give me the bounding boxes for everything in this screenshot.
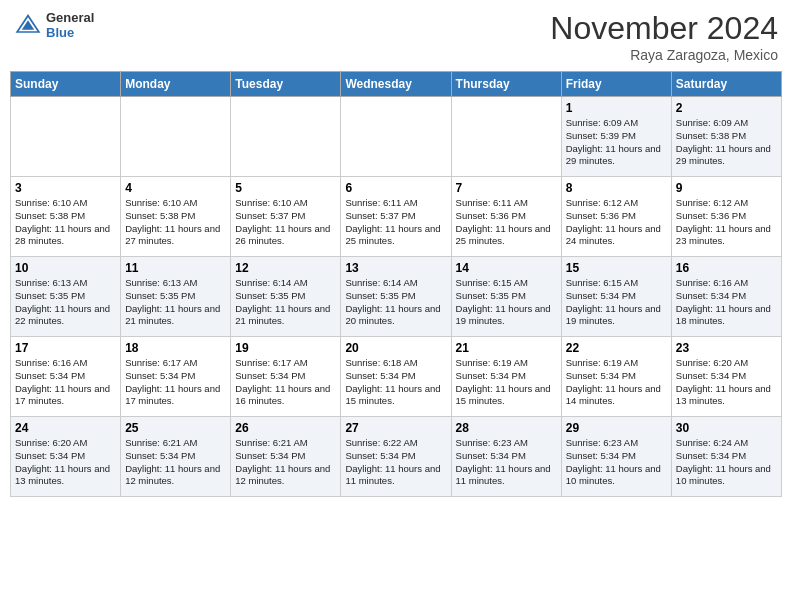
day-info: Sunrise: 6:14 AM Sunset: 5:35 PM Dayligh… [345, 277, 446, 328]
calendar-cell: 14Sunrise: 6:15 AM Sunset: 5:35 PM Dayli… [451, 257, 561, 337]
day-number: 5 [235, 181, 336, 195]
day-number: 26 [235, 421, 336, 435]
day-number: 6 [345, 181, 446, 195]
day-number: 12 [235, 261, 336, 275]
day-number: 10 [15, 261, 116, 275]
day-info: Sunrise: 6:09 AM Sunset: 5:39 PM Dayligh… [566, 117, 667, 168]
day-number: 2 [676, 101, 777, 115]
day-number: 24 [15, 421, 116, 435]
calendar-cell: 29Sunrise: 6:23 AM Sunset: 5:34 PM Dayli… [561, 417, 671, 497]
day-number: 11 [125, 261, 226, 275]
calendar-cell: 18Sunrise: 6:17 AM Sunset: 5:34 PM Dayli… [121, 337, 231, 417]
day-number: 9 [676, 181, 777, 195]
calendar-week-3: 10Sunrise: 6:13 AM Sunset: 5:35 PM Dayli… [11, 257, 782, 337]
calendar-cell: 30Sunrise: 6:24 AM Sunset: 5:34 PM Dayli… [671, 417, 781, 497]
day-number: 16 [676, 261, 777, 275]
day-number: 23 [676, 341, 777, 355]
calendar-cell: 12Sunrise: 6:14 AM Sunset: 5:35 PM Dayli… [231, 257, 341, 337]
day-number: 28 [456, 421, 557, 435]
calendar-cell: 3Sunrise: 6:10 AM Sunset: 5:38 PM Daylig… [11, 177, 121, 257]
weekday-monday: Monday [121, 72, 231, 97]
day-number: 3 [15, 181, 116, 195]
calendar-cell: 15Sunrise: 6:15 AM Sunset: 5:34 PM Dayli… [561, 257, 671, 337]
day-info: Sunrise: 6:21 AM Sunset: 5:34 PM Dayligh… [235, 437, 336, 488]
day-number: 29 [566, 421, 667, 435]
day-info: Sunrise: 6:19 AM Sunset: 5:34 PM Dayligh… [566, 357, 667, 408]
calendar-cell: 26Sunrise: 6:21 AM Sunset: 5:34 PM Dayli… [231, 417, 341, 497]
logo: General Blue [14, 10, 94, 40]
day-number: 25 [125, 421, 226, 435]
weekday-header-row: SundayMondayTuesdayWednesdayThursdayFrid… [11, 72, 782, 97]
day-number: 14 [456, 261, 557, 275]
calendar-body: 1Sunrise: 6:09 AM Sunset: 5:39 PM Daylig… [11, 97, 782, 497]
day-number: 27 [345, 421, 446, 435]
calendar-cell: 4Sunrise: 6:10 AM Sunset: 5:38 PM Daylig… [121, 177, 231, 257]
day-info: Sunrise: 6:16 AM Sunset: 5:34 PM Dayligh… [15, 357, 116, 408]
calendar-cell: 10Sunrise: 6:13 AM Sunset: 5:35 PM Dayli… [11, 257, 121, 337]
day-info: Sunrise: 6:23 AM Sunset: 5:34 PM Dayligh… [566, 437, 667, 488]
day-info: Sunrise: 6:12 AM Sunset: 5:36 PM Dayligh… [676, 197, 777, 248]
calendar-cell: 16Sunrise: 6:16 AM Sunset: 5:34 PM Dayli… [671, 257, 781, 337]
day-number: 1 [566, 101, 667, 115]
weekday-tuesday: Tuesday [231, 72, 341, 97]
calendar-cell: 17Sunrise: 6:16 AM Sunset: 5:34 PM Dayli… [11, 337, 121, 417]
calendar-cell: 21Sunrise: 6:19 AM Sunset: 5:34 PM Dayli… [451, 337, 561, 417]
day-info: Sunrise: 6:18 AM Sunset: 5:34 PM Dayligh… [345, 357, 446, 408]
day-info: Sunrise: 6:22 AM Sunset: 5:34 PM Dayligh… [345, 437, 446, 488]
calendar-cell: 20Sunrise: 6:18 AM Sunset: 5:34 PM Dayli… [341, 337, 451, 417]
weekday-wednesday: Wednesday [341, 72, 451, 97]
day-number: 21 [456, 341, 557, 355]
calendar-cell: 9Sunrise: 6:12 AM Sunset: 5:36 PM Daylig… [671, 177, 781, 257]
day-number: 30 [676, 421, 777, 435]
calendar-cell [341, 97, 451, 177]
calendar-cell: 11Sunrise: 6:13 AM Sunset: 5:35 PM Dayli… [121, 257, 231, 337]
calendar-cell: 24Sunrise: 6:20 AM Sunset: 5:34 PM Dayli… [11, 417, 121, 497]
calendar-cell: 19Sunrise: 6:17 AM Sunset: 5:34 PM Dayli… [231, 337, 341, 417]
day-info: Sunrise: 6:13 AM Sunset: 5:35 PM Dayligh… [125, 277, 226, 328]
calendar-cell: 5Sunrise: 6:10 AM Sunset: 5:37 PM Daylig… [231, 177, 341, 257]
day-info: Sunrise: 6:24 AM Sunset: 5:34 PM Dayligh… [676, 437, 777, 488]
day-info: Sunrise: 6:21 AM Sunset: 5:34 PM Dayligh… [125, 437, 226, 488]
day-info: Sunrise: 6:11 AM Sunset: 5:36 PM Dayligh… [456, 197, 557, 248]
day-info: Sunrise: 6:15 AM Sunset: 5:34 PM Dayligh… [566, 277, 667, 328]
calendar-cell [11, 97, 121, 177]
calendar-cell [451, 97, 561, 177]
day-info: Sunrise: 6:13 AM Sunset: 5:35 PM Dayligh… [15, 277, 116, 328]
calendar-cell: 25Sunrise: 6:21 AM Sunset: 5:34 PM Dayli… [121, 417, 231, 497]
calendar-cell: 22Sunrise: 6:19 AM Sunset: 5:34 PM Dayli… [561, 337, 671, 417]
calendar-header: SundayMondayTuesdayWednesdayThursdayFrid… [11, 72, 782, 97]
title-block: November 2024 Raya Zaragoza, Mexico [550, 10, 778, 63]
day-info: Sunrise: 6:10 AM Sunset: 5:38 PM Dayligh… [15, 197, 116, 248]
day-info: Sunrise: 6:10 AM Sunset: 5:38 PM Dayligh… [125, 197, 226, 248]
calendar-cell: 1Sunrise: 6:09 AM Sunset: 5:39 PM Daylig… [561, 97, 671, 177]
logo-general: General [46, 10, 94, 25]
day-number: 22 [566, 341, 667, 355]
weekday-friday: Friday [561, 72, 671, 97]
day-number: 18 [125, 341, 226, 355]
day-info: Sunrise: 6:16 AM Sunset: 5:34 PM Dayligh… [676, 277, 777, 328]
day-number: 20 [345, 341, 446, 355]
calendar-cell: 8Sunrise: 6:12 AM Sunset: 5:36 PM Daylig… [561, 177, 671, 257]
day-info: Sunrise: 6:20 AM Sunset: 5:34 PM Dayligh… [15, 437, 116, 488]
day-info: Sunrise: 6:17 AM Sunset: 5:34 PM Dayligh… [125, 357, 226, 408]
day-info: Sunrise: 6:17 AM Sunset: 5:34 PM Dayligh… [235, 357, 336, 408]
calendar-cell [121, 97, 231, 177]
weekday-thursday: Thursday [451, 72, 561, 97]
day-number: 15 [566, 261, 667, 275]
day-info: Sunrise: 6:14 AM Sunset: 5:35 PM Dayligh… [235, 277, 336, 328]
calendar-week-1: 1Sunrise: 6:09 AM Sunset: 5:39 PM Daylig… [11, 97, 782, 177]
day-info: Sunrise: 6:20 AM Sunset: 5:34 PM Dayligh… [676, 357, 777, 408]
location-subtitle: Raya Zaragoza, Mexico [550, 47, 778, 63]
day-number: 8 [566, 181, 667, 195]
month-year-title: November 2024 [550, 10, 778, 47]
weekday-saturday: Saturday [671, 72, 781, 97]
calendar-cell: 13Sunrise: 6:14 AM Sunset: 5:35 PM Dayli… [341, 257, 451, 337]
calendar-table: SundayMondayTuesdayWednesdayThursdayFrid… [10, 71, 782, 497]
calendar-cell: 7Sunrise: 6:11 AM Sunset: 5:36 PM Daylig… [451, 177, 561, 257]
day-number: 4 [125, 181, 226, 195]
logo-icon [14, 11, 42, 39]
day-info: Sunrise: 6:10 AM Sunset: 5:37 PM Dayligh… [235, 197, 336, 248]
weekday-sunday: Sunday [11, 72, 121, 97]
day-info: Sunrise: 6:11 AM Sunset: 5:37 PM Dayligh… [345, 197, 446, 248]
calendar-week-2: 3Sunrise: 6:10 AM Sunset: 5:38 PM Daylig… [11, 177, 782, 257]
